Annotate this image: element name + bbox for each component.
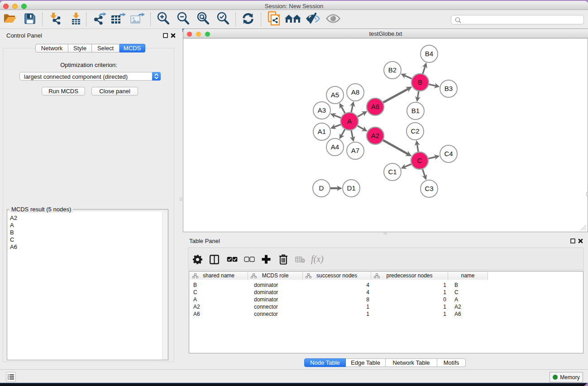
- svg-text:B3: B3: [445, 85, 453, 92]
- svg-text:C1: C1: [388, 168, 397, 176]
- svg-text:A6: A6: [371, 103, 379, 110]
- svg-text:A4: A4: [331, 143, 339, 151]
- svg-text:D1: D1: [347, 184, 355, 192]
- svg-text:A2: A2: [371, 132, 379, 139]
- svg-text:A: A: [347, 117, 352, 125]
- svg-text:A1: A1: [318, 128, 326, 135]
- svg-text:C2: C2: [411, 127, 419, 135]
- svg-text:D: D: [319, 184, 324, 192]
- svg-text:C4: C4: [444, 150, 453, 157]
- svg-text:B4: B4: [425, 50, 433, 57]
- svg-text:B1: B1: [411, 107, 420, 114]
- svg-text:A5: A5: [331, 91, 339, 99]
- svg-text:B2: B2: [388, 66, 397, 74]
- svg-text:A7: A7: [351, 147, 359, 154]
- svg-text:C: C: [417, 157, 422, 164]
- svg-text:C3: C3: [425, 185, 433, 192]
- svg-text:A8: A8: [351, 88, 359, 96]
- svg-text:A3: A3: [318, 106, 326, 114]
- svg-text:B: B: [418, 78, 422, 86]
